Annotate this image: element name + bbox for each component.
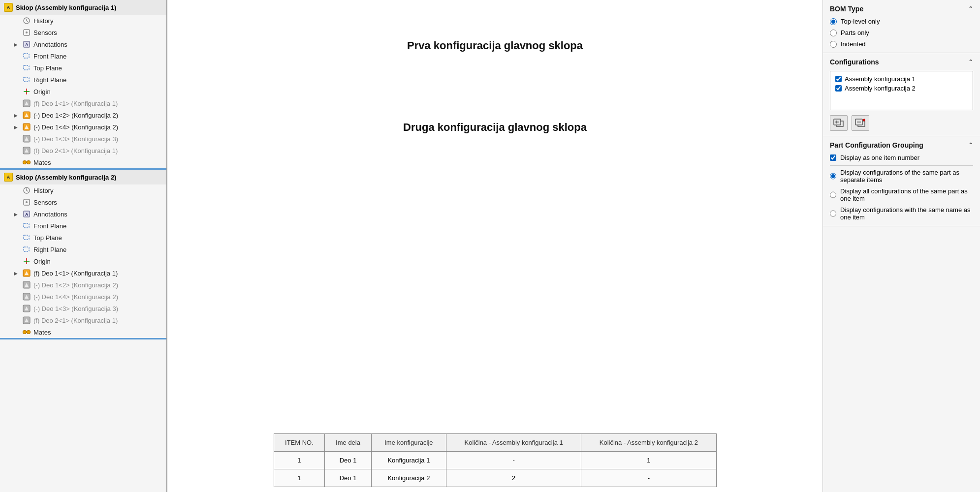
arrow-deo1-2-1 <box>14 113 20 118</box>
display-one-item-checkbox-container[interactable]: Display as one item number <box>830 154 973 161</box>
part-gray-icon-2-3 <box>22 304 31 313</box>
cell-qty1-2: 2 <box>446 469 581 487</box>
tree-item-deo1-1-2[interactable]: (f) Deo 1<1> (Konfiguracija 1) <box>0 267 166 279</box>
tree-item-sensors-2[interactable]: Sensors <box>0 196 166 208</box>
svg-point-42 <box>23 331 27 334</box>
config-item-1[interactable]: Assembly konfiguracija 1 <box>833 74 970 84</box>
front-plane-icon-2 <box>22 221 31 230</box>
part-gray-icon-2-2 <box>22 280 31 289</box>
radio-all-configs-one-item-input[interactable] <box>830 191 836 198</box>
radio-separate-items-label: Display configurations of the same part … <box>840 169 973 184</box>
deo1-3-label-2: (-) Deo 1<3> (Konfiguracija 3) <box>33 305 118 312</box>
tree-item-top-plane-1[interactable]: Top Plane <box>0 62 166 74</box>
tree-item-right-plane-2[interactable]: Right Plane <box>0 244 166 255</box>
cell-qty1-1: - <box>446 452 581 469</box>
tree-item-mates-2[interactable]: Mates <box>0 326 166 338</box>
config-checkbox-1[interactable] <box>835 76 842 82</box>
part-gray-icon-1-3 <box>22 134 31 143</box>
tree-item-deo1-1-1[interactable]: (f) Deo 1<1> (Konfiguracija 1) <box>0 97 166 109</box>
tree-item-deo1-2-1[interactable]: (-) Deo 1<2> (Konfiguracija 2) <box>0 109 166 121</box>
tree-item-mates-1[interactable]: Mates <box>0 156 166 168</box>
tree-item-deo1-2-2[interactable]: (-) Deo 1<2> (Konfiguracija 2) <box>0 279 166 291</box>
arrow-annotations-2 <box>14 212 20 217</box>
radio-parts-only[interactable]: Parts only <box>830 29 973 36</box>
right-plane-icon-2 <box>22 245 31 254</box>
col-item-no: ITEM NO. <box>274 434 325 452</box>
front-plane-icon-1 <box>22 52 31 61</box>
origin-icon-1 <box>22 87 31 96</box>
bom-type-radio-group: Top-level only Parts only Indented <box>830 18 973 48</box>
top-plane-icon-1 <box>22 63 31 72</box>
arrow-annotations-1 <box>14 42 20 47</box>
radio-indented[interactable]: Indented <box>830 40 973 48</box>
part-icon-2-1 <box>22 269 31 277</box>
config-label-1: Prva konfiguracija glavnog sklopa <box>407 39 583 52</box>
radio-all-configs-one-item-label: Display all configurations of the same p… <box>840 187 973 202</box>
configurations-title: Configurations <box>830 58 879 66</box>
tree-root-2[interactable]: A Sklop (Assembly konfiguracija 2) <box>0 170 166 184</box>
add-config-button[interactable] <box>830 115 848 131</box>
radio-same-name-one-item[interactable]: Display configurations with the same nam… <box>830 206 973 221</box>
config-item-2[interactable]: Assembly konfiguracija 2 <box>833 84 970 93</box>
radio-indented-label: Indented <box>841 40 866 48</box>
tree-item-top-plane-2[interactable]: Top Plane <box>0 232 166 244</box>
radio-same-name-one-item-input[interactable] <box>830 210 836 217</box>
front-plane-label-2: Front Plane <box>33 222 66 230</box>
tree-item-annotations-1[interactable]: A Annotations <box>0 38 166 50</box>
cell-item-1: 1 <box>274 452 325 469</box>
sensors-icon-2 <box>22 198 31 207</box>
part-config-grouping-collapse[interactable]: ⌃ <box>968 142 973 149</box>
radio-indented-input[interactable] <box>830 41 837 48</box>
configurations-collapse[interactable]: ⌃ <box>968 59 973 65</box>
radio-top-level[interactable]: Top-level only <box>830 18 973 25</box>
tree-item-history-1[interactable]: History <box>0 15 166 27</box>
left-panel: A Sklop (Assembly konfiguracija 1) Histo… <box>0 0 167 492</box>
radio-all-configs-one-item[interactable]: Display all configurations of the same p… <box>830 187 973 202</box>
radio-top-level-input[interactable] <box>830 18 837 25</box>
config-label-2: Assembly konfiguracija 2 <box>845 85 916 92</box>
right-plane-icon-1 <box>22 75 31 84</box>
radio-separate-items-input[interactable] <box>830 173 836 180</box>
deo1-2-label-1: (-) Deo 1<2> (Konfiguracija 2) <box>33 112 118 119</box>
bom-type-collapse[interactable]: ⌃ <box>968 5 973 12</box>
tree-item-deo2-1-1[interactable]: (f) Deo 2<1> (Konfiguracija 1) <box>0 145 166 156</box>
sensors-icon-1 <box>22 28 31 37</box>
tree-item-deo1-4-1[interactable]: (-) Deo 1<4> (Konfiguracija 2) <box>0 121 166 133</box>
cell-qty2-2: - <box>581 469 716 487</box>
tree-item-deo1-4-2[interactable]: (-) Deo 1<4> (Konfiguracija 2) <box>0 291 166 303</box>
part-gray-icon-2-21 <box>22 316 31 325</box>
tree-item-deo1-3-1[interactable]: (-) Deo 1<3> (Konfiguracija 3) <box>0 133 166 145</box>
tree-section-2: A Sklop (Assembly konfiguracija 2) Histo… <box>0 170 166 339</box>
display-one-item-checkbox[interactable] <box>830 154 836 161</box>
tree-item-right-plane-1[interactable]: Right Plane <box>0 74 166 86</box>
svg-point-43 <box>27 331 31 334</box>
part-config-grouping-section: Part Configuration Grouping ⌃ Display as… <box>823 136 980 226</box>
arrow-deo1-4-1 <box>14 124 20 130</box>
radio-parts-only-input[interactable] <box>830 30 837 36</box>
tree-item-deo2-1-2[interactable]: (f) Deo 2<1> (Konfiguracija 1) <box>0 314 166 326</box>
svg-rect-28 <box>24 235 29 240</box>
tree-section-1: A Sklop (Assembly konfiguracija 1) Histo… <box>0 0 166 170</box>
radio-parts-only-label: Parts only <box>841 29 869 36</box>
arrow-deo1-1-2 <box>14 271 20 276</box>
tree-item-history-2[interactable]: History <box>0 184 166 196</box>
sensors-label-1: Sensors <box>33 29 57 36</box>
right-panel: BOM Type ⌃ Top-level only Parts only Ind… <box>822 0 980 492</box>
configurations-header: Configurations ⌃ <box>830 58 973 66</box>
origin-label-2: Origin <box>33 258 51 265</box>
radio-separate-items[interactable]: Display configurations of the same part … <box>830 169 973 184</box>
tree-item-origin-2[interactable]: Origin <box>0 255 166 267</box>
tree-root-1-label: Sklop (Assembly konfiguracija 1) <box>16 4 116 11</box>
main-content: Prva konfiguracija glavnog sklopa Druga … <box>167 0 822 492</box>
tree-item-origin-1[interactable]: Origin <box>0 86 166 97</box>
tree-item-sensors-1[interactable]: Sensors <box>0 27 166 38</box>
deo1-3-label-1: (-) Deo 1<3> (Konfiguracija 3) <box>33 135 118 143</box>
tree-item-front-plane-1[interactable]: Front Plane <box>0 50 166 62</box>
cell-config-1: Konfiguracija 1 <box>371 452 446 469</box>
tree-item-deo1-3-2[interactable]: (-) Deo 1<3> (Konfiguracija 3) <box>0 303 166 314</box>
config-checkbox-2[interactable] <box>835 85 842 92</box>
tree-root-1[interactable]: A Sklop (Assembly konfiguracija 1) <box>0 0 166 15</box>
remove-config-button[interactable] <box>852 115 869 131</box>
tree-item-front-plane-2[interactable]: Front Plane <box>0 220 166 232</box>
tree-item-annotations-2[interactable]: A Annotations <box>0 208 166 220</box>
